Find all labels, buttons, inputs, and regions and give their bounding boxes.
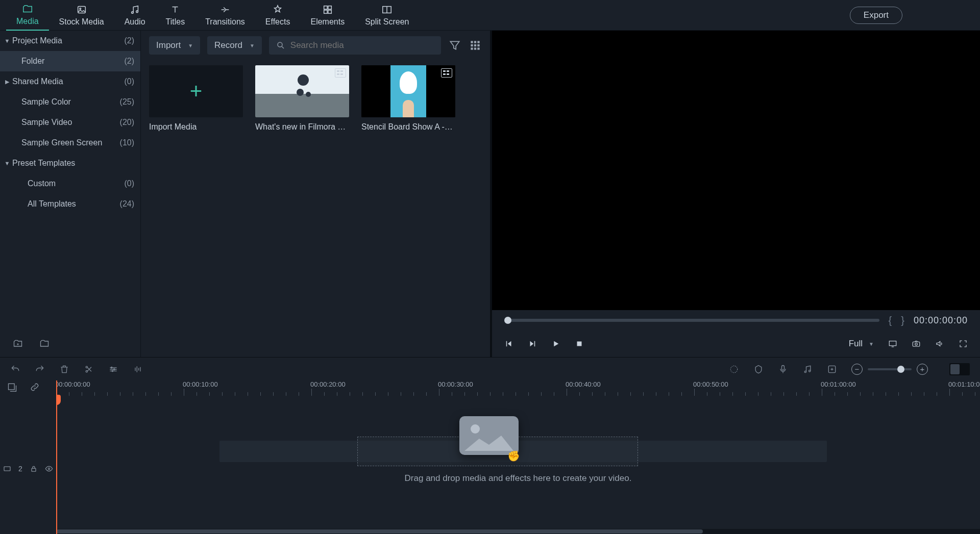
timeline-playhead[interactable] <box>56 380 57 534</box>
delete-button[interactable] <box>59 364 69 374</box>
sidebar-item-label: Sample Green Screen <box>19 138 120 147</box>
tab-effects[interactable]: Effects <box>255 0 301 31</box>
stop-button[interactable] <box>575 339 584 348</box>
sidebar-item-label: Custom <box>26 179 124 188</box>
render-preview-icon[interactable] <box>729 364 739 374</box>
tab-split-screen[interactable]: Split Screen <box>355 0 419 31</box>
sidebar-item-folder[interactable]: Folder (2) <box>0 51 140 71</box>
chevron-down-icon: ▼ <box>0 160 10 166</box>
sidebar-item-custom[interactable]: Custom (0) <box>0 173 140 194</box>
play-button[interactable] <box>551 339 560 348</box>
svg-rect-20 <box>889 341 896 346</box>
import-media-tile[interactable]: + Import Media <box>149 65 243 132</box>
timeline-horizontal-scrollbar[interactable] <box>56 529 980 534</box>
ruler-label: 00:00:30:00 <box>438 380 473 388</box>
mark-in-button[interactable]: { <box>889 315 892 326</box>
tab-media[interactable]: Media <box>6 0 49 31</box>
tab-stock-media[interactable]: Stock Media <box>49 0 114 31</box>
zoom-out-button[interactable]: − <box>851 364 863 375</box>
sidebar-item-label: Sample Color <box>19 97 120 107</box>
ruler-label: 00:00:00:00 <box>56 380 90 388</box>
ruler-label: 00:00:40:00 <box>566 380 601 388</box>
grab-cursor-icon: ✊ <box>507 450 520 462</box>
eye-icon[interactable] <box>45 465 53 473</box>
video-track-header[interactable]: 2 <box>0 457 56 480</box>
sidebar-item-preset-templates[interactable]: ▼ Preset Templates <box>0 153 140 173</box>
redo-button[interactable] <box>35 364 45 374</box>
tab-elements[interactable]: Elements <box>300 0 355 31</box>
mark-out-button[interactable]: } <box>901 315 904 326</box>
new-folder-icon[interactable] <box>12 339 23 351</box>
sidebar-item-sample-color[interactable]: Sample Color (25) <box>0 92 140 112</box>
svg-point-23 <box>86 366 87 368</box>
marker-icon[interactable] <box>753 364 764 374</box>
media-clip-1[interactable]: What's new in Filmora 11… <box>255 65 349 132</box>
search-icon <box>276 41 285 50</box>
svg-rect-19 <box>577 342 582 346</box>
folder-icon[interactable] <box>39 339 50 351</box>
lock-icon[interactable] <box>30 465 38 473</box>
record-dropdown[interactable]: Record ▼ <box>207 36 262 55</box>
undo-button[interactable] <box>10 364 20 374</box>
timeline-tracks-area[interactable]: 00:00:00:0000:00:10:0000:00:20:0000:00:3… <box>56 380 980 534</box>
sidebar-item-label: Sample Video <box>19 118 120 127</box>
tab-transitions[interactable]: Transitions <box>195 0 255 31</box>
ruler-label: 00:00:10:00 <box>183 380 218 388</box>
sidebar-item-label: Project Media <box>10 36 124 45</box>
thumb-caption: Import Media <box>149 122 243 132</box>
sidebar-footer <box>0 333 140 357</box>
timeline: 2 00:00:00:0000:00:10:0000:00:20:0000:00… <box>0 380 980 534</box>
sidebar-item-label: Shared Media <box>10 77 124 86</box>
import-dropdown[interactable]: Import ▼ <box>149 36 200 55</box>
sidebar-item-count: (2) <box>124 36 134 45</box>
zoom-in-button[interactable]: + <box>917 364 928 375</box>
sidebar-item-sample-video[interactable]: Sample Video (20) <box>0 112 140 133</box>
svg-point-2 <box>132 11 134 13</box>
display-mode-icon[interactable] <box>888 339 897 348</box>
crop-button[interactable] <box>108 364 118 374</box>
timeline-ruler[interactable]: 00:00:00:0000:00:10:0000:00:20:0000:00:3… <box>56 380 980 396</box>
split-button[interactable] <box>84 364 94 374</box>
media-clip-2[interactable]: Stencil Board Show A -N… <box>361 65 455 132</box>
sidebar-item-shared-media[interactable]: ▶ Shared Media (0) <box>0 71 140 92</box>
add-media-icon[interactable] <box>827 364 837 374</box>
svg-rect-33 <box>9 384 15 390</box>
search-input[interactable] <box>290 40 434 50</box>
search-box[interactable] <box>269 36 441 55</box>
tab-audio[interactable]: Audio <box>114 0 156 31</box>
grid-view-icon[interactable] <box>469 39 482 52</box>
svg-rect-13 <box>471 44 473 46</box>
export-button[interactable]: Export <box>850 7 902 24</box>
svg-rect-15 <box>477 44 479 46</box>
sidebar-item-project-media[interactable]: ▼ Project Media (2) <box>0 31 140 51</box>
audio-edit-button[interactable] <box>133 364 143 374</box>
sidebar-item-label: All Templates <box>26 199 120 209</box>
svg-point-3 <box>136 10 138 12</box>
prev-frame-button[interactable] <box>504 339 513 348</box>
tab-transitions-label: Transitions <box>205 17 245 27</box>
timeline-view-toggle[interactable] <box>949 363 970 375</box>
chevron-down-icon: ▼ <box>869 341 874 347</box>
zoom-slider[interactable] <box>868 368 912 370</box>
link-icon[interactable] <box>30 382 40 394</box>
tab-stock-label: Stock Media <box>59 17 104 27</box>
sidebar-item-sample-green-screen[interactable]: Sample Green Screen (10) <box>0 133 140 153</box>
preview-panel: { } 00:00:00:00 Full ▼ <box>490 31 980 357</box>
svg-rect-14 <box>474 44 476 46</box>
track-manager-icon[interactable] <box>7 382 17 394</box>
volume-icon[interactable] <box>935 339 944 348</box>
voiceover-icon[interactable] <box>778 364 788 374</box>
preview-quality-dropdown[interactable]: Full ▼ <box>849 339 874 349</box>
next-frame-button[interactable] <box>528 339 537 348</box>
sidebar-item-all-templates[interactable]: All Templates (24) <box>0 194 140 214</box>
svg-rect-16 <box>471 47 473 49</box>
tab-titles[interactable]: Titles <box>156 0 195 31</box>
snapshot-icon[interactable] <box>912 339 921 348</box>
preview-viewport[interactable] <box>492 31 980 310</box>
audio-mixer-icon[interactable] <box>802 364 813 374</box>
tab-elements-label: Elements <box>310 17 345 27</box>
clip-type-icon <box>335 68 346 78</box>
fullscreen-icon[interactable] <box>959 339 968 348</box>
preview-scrubber[interactable] <box>504 319 879 322</box>
filter-icon[interactable] <box>448 39 461 52</box>
